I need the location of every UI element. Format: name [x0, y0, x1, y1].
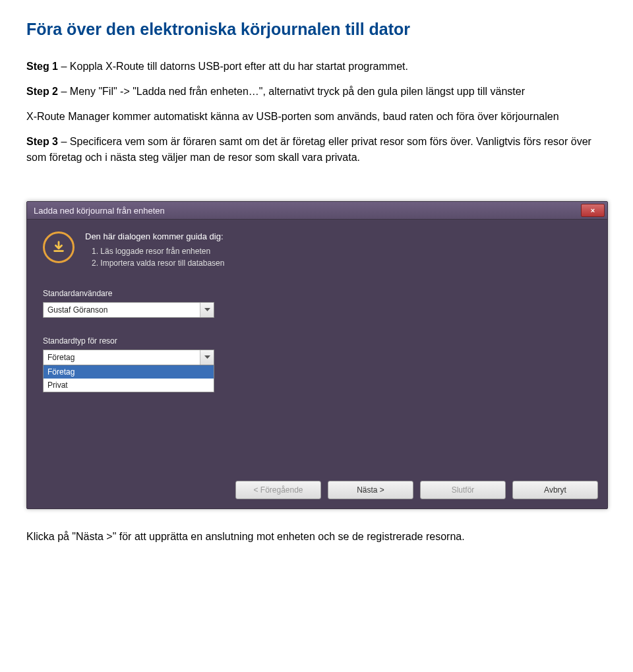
default-trip-type-label: Standardtyp för resor	[43, 336, 591, 346]
step1-text: – Koppla X-Route till datorns USB-port e…	[58, 61, 408, 72]
trip-type-select[interactable]: Företag	[43, 350, 214, 365]
chevron-down-icon	[200, 303, 214, 317]
previous-button[interactable]: < Föregående	[235, 481, 321, 499]
finish-button-label: Slutför	[452, 485, 475, 495]
guide-line-2: 2. Importera valda resor till databasen	[92, 259, 224, 268]
default-user-label: Standardanvändare	[43, 289, 591, 298]
trip-type-value: Företag	[47, 353, 75, 362]
step1-label: Steg 1	[26, 61, 58, 72]
page-title: Föra över den elektroniska körjournalen …	[26, 20, 607, 39]
guide-line-1: 1. Läs loggade resor från enheten	[92, 247, 224, 256]
trip-type-option-foretag[interactable]: Företag	[44, 365, 214, 379]
step2-label: Step 2	[26, 86, 58, 97]
step1-paragraph: Steg 1 – Koppla X-Route till datorns USB…	[26, 59, 607, 75]
trip-type-dropdown: Företag Privat	[43, 365, 214, 392]
cancel-button[interactable]: Avbryt	[512, 481, 598, 499]
finish-button[interactable]: Slutför	[420, 481, 506, 499]
default-user-select[interactable]: Gustaf Göranson	[43, 302, 214, 318]
download-arrow-icon	[43, 231, 75, 263]
dialog-title: Ladda ned körjournal från enheten	[34, 206, 165, 216]
guide-text-block: Den här dialogen kommer guida dig: 1. Lä…	[85, 231, 224, 270]
step3-paragraph: Step 3 – Specificera vem som är föraren …	[26, 134, 607, 166]
trip-type-option-privat[interactable]: Privat	[44, 379, 214, 392]
next-button[interactable]: Nästa >	[328, 481, 413, 499]
step2-text: – Meny "Fil" -> "Ladda ned från enheten……	[58, 86, 525, 97]
dialog-footer: < Föregående Nästa > Slutför Avbryt	[27, 474, 607, 508]
close-button[interactable]: ×	[581, 204, 605, 217]
chevron-down-icon	[200, 350, 214, 365]
close-icon: ×	[591, 206, 595, 214]
next-button-label: Nästa >	[357, 485, 384, 495]
step3-text: – Specificera vem som är föraren samt om…	[26, 136, 591, 163]
dialog-titlebar: Ladda ned körjournal från enheten ×	[27, 202, 607, 220]
step2-paragraph: Step 2 – Meny "Fil" -> "Ladda ned från e…	[26, 84, 607, 100]
info-paragraph: X-Route Manager kommer automatiskt känna…	[26, 109, 607, 125]
step3-label: Step 3	[26, 136, 58, 147]
footer-paragraph: Klicka på "Nästa >" för att upprätta en …	[26, 529, 607, 545]
download-dialog: Ladda ned körjournal från enheten × Den …	[26, 201, 608, 509]
dialog-screenshot: Ladda ned körjournal från enheten × Den …	[26, 201, 607, 509]
guide-header: Den här dialogen kommer guida dig:	[85, 231, 224, 241]
previous-button-label: < Föregående	[253, 485, 303, 495]
default-user-value: Gustaf Göranson	[47, 305, 107, 315]
cancel-button-label: Avbryt	[544, 485, 566, 495]
